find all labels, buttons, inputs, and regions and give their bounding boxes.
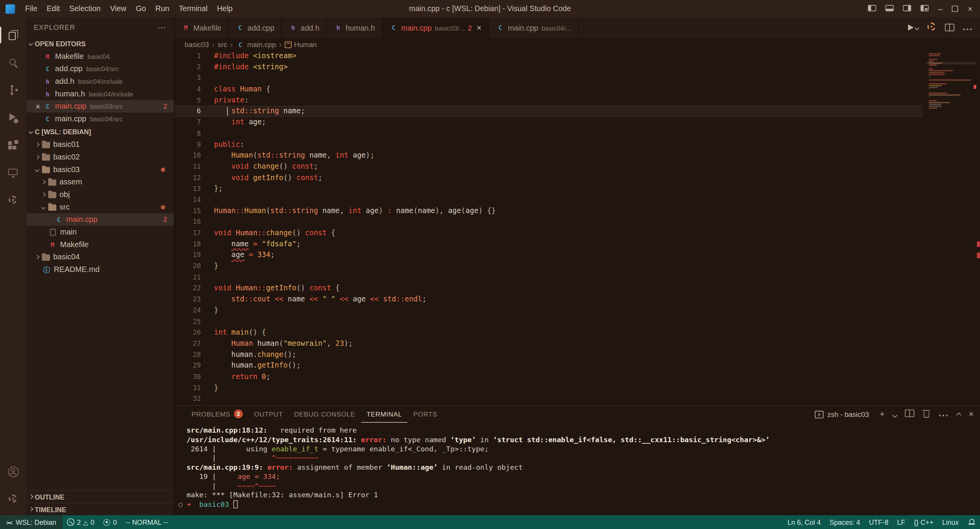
cursor-position[interactable]: Ln 6, Col 4	[783, 515, 825, 529]
tree-item-main[interactable]: main	[26, 226, 174, 238]
maximize-button[interactable]	[952, 5, 958, 13]
activity-item-run-and-debug[interactable]	[0, 104, 26, 131]
panel-tab-problems[interactable]: PROBLEMS2	[186, 406, 249, 423]
code-line[interactable]: 15Human::Human(std::string name, int age…	[175, 205, 922, 216]
workspace-header[interactable]: C [WSL: DEBIAN]	[26, 125, 174, 138]
close-window-button[interactable]: ×	[968, 5, 972, 13]
menu-terminal[interactable]: Terminal	[174, 3, 212, 15]
tab-makefile[interactable]: MMakefile	[175, 18, 229, 38]
panel-tab-ports[interactable]: PORTS	[408, 406, 443, 423]
breadcrumb-item-human[interactable]: Human	[285, 41, 317, 48]
code-line[interactable]: 23 std::cout << name << " " << age << st…	[175, 294, 922, 305]
code-line[interactable]: 20}	[175, 261, 922, 272]
action-new-terminal[interactable]: +	[880, 410, 885, 419]
tree-item-src[interactable]: src	[26, 201, 174, 213]
menu-edit[interactable]: Edit	[42, 3, 64, 15]
notifications-bell[interactable]	[963, 515, 980, 529]
line-number[interactable]: 19	[175, 250, 201, 261]
remote-indicator[interactable]: ><WSL: Debian	[0, 515, 62, 529]
code-line[interactable]: 3	[175, 73, 922, 84]
close-tab-icon[interactable]: ×	[477, 23, 481, 33]
toggle-layout-sidebar-right-button[interactable]	[903, 4, 911, 13]
line-number[interactable]: 17	[175, 228, 201, 239]
tree-item-main-cpp[interactable]: Cmain.cpp2	[26, 213, 174, 226]
open-editor-item[interactable]: ×Cmain.cppbasic03/src2	[26, 100, 174, 113]
action-kill-terminal[interactable]	[922, 409, 930, 420]
code-line[interactable]: 31}	[175, 383, 922, 394]
ports-status[interactable]: 0	[99, 515, 121, 529]
action-close-panel[interactable]: ×	[969, 410, 973, 419]
activity-item-manage[interactable]	[0, 485, 26, 513]
eol[interactable]: LF	[893, 515, 910, 529]
line-number[interactable]: 11	[175, 161, 201, 173]
line-number[interactable]: 14	[175, 194, 201, 205]
line-number[interactable]: 13	[175, 183, 201, 194]
code-line[interactable]: 4class Human {	[175, 84, 922, 95]
line-number[interactable]: 18	[175, 239, 201, 250]
code-line[interactable]: 24}	[175, 305, 922, 316]
line-number[interactable]: 15	[175, 205, 201, 216]
code-line[interactable]: 7 int age;	[175, 117, 922, 128]
code-line[interactable]: 13};	[175, 183, 922, 194]
menu-help[interactable]: Help	[212, 3, 237, 15]
breadcrumb-item-basic03[interactable]: basic03	[185, 41, 209, 48]
line-number[interactable]: 32	[175, 394, 201, 405]
menu-view[interactable]: View	[106, 3, 131, 15]
code-line[interactable]: 17void Human::change() const {	[175, 228, 922, 239]
line-number[interactable]: 27	[175, 338, 201, 349]
outline-section[interactable]: OUTLINE	[26, 490, 174, 503]
code-line[interactable]: 21	[175, 272, 922, 283]
breadcrumb-item-src[interactable]: src	[218, 41, 227, 48]
encoding[interactable]: UTF-8	[864, 515, 893, 529]
activity-item-accounts[interactable]	[0, 458, 26, 485]
panel-tab-terminal[interactable]: TERMINAL	[361, 406, 408, 423]
terminal[interactable]: src/main.cpp:18:12: required from here/u…	[175, 423, 980, 515]
minimap[interactable]	[926, 50, 976, 405]
explorer-actions-icon[interactable]: ⋯	[157, 22, 167, 32]
vim-mode-indicator[interactable]: -- NORMAL --	[121, 515, 172, 529]
code-line[interactable]: 14	[175, 194, 922, 205]
activity-item-search[interactable]	[0, 49, 26, 77]
problems-status[interactable]: 2△0	[62, 515, 98, 529]
activity-item-explorer[interactable]	[0, 21, 26, 49]
code-line[interactable]: 26int main() {	[175, 327, 922, 338]
tree-item-basic01[interactable]: basic01	[26, 138, 174, 151]
activity-item-remote-explorer[interactable]	[0, 159, 26, 186]
code-line[interactable]: 19 age = 334;	[175, 250, 922, 261]
panel-tab-output[interactable]: OUTPUT	[248, 406, 289, 423]
code-line[interactable]: 9public:	[175, 139, 922, 150]
open-editors-header[interactable]: OPEN EDITORS	[26, 37, 174, 50]
line-number[interactable]: 6	[175, 106, 201, 117]
menu-run[interactable]: Run	[151, 3, 173, 15]
code-line[interactable]: 12 void getInfo() const;	[175, 172, 922, 183]
line-number[interactable]: 26	[175, 327, 201, 338]
tab-add-h[interactable]: hadd.h	[282, 18, 327, 38]
line-number[interactable]: 2	[175, 62, 201, 73]
tree-item-assem[interactable]: assem	[26, 176, 174, 188]
action-split-editor[interactable]	[945, 22, 954, 33]
tree-item-readme-md[interactable]: iREADME.md	[26, 263, 174, 276]
breadcrumb-item-main-cpp[interactable]: Cmain.cpp	[236, 40, 276, 49]
action-split-terminal[interactable]	[905, 410, 914, 419]
code-line[interactable]: 18 name = "fdsafa";	[175, 239, 922, 250]
action-run-cpp-file[interactable]	[906, 23, 918, 32]
menu-go[interactable]: Go	[131, 3, 150, 15]
tree-item-basic04[interactable]: basic04	[26, 251, 174, 264]
line-number[interactable]: 25	[175, 316, 201, 327]
activity-item-source-control[interactable]	[0, 76, 26, 104]
action-terminal-more-actions[interactable]	[939, 410, 949, 419]
open-editor-item[interactable]: MMakefilebasic04	[26, 50, 174, 63]
tab-main-cpp[interactable]: Cmain.cppbasic03/...2×	[382, 18, 489, 38]
minimize-button[interactable]: –	[938, 5, 943, 13]
code-editor[interactable]: 1#include <iostream>2#include <string>34…	[175, 50, 980, 405]
toggle-layout-custom-button[interactable]	[921, 4, 929, 13]
code-line[interactable]: 32	[175, 394, 922, 405]
code-line[interactable]: 16	[175, 216, 922, 228]
code-line[interactable]: 2#include <string>	[175, 62, 922, 73]
toggle-layout-sidebar-left-button[interactable]	[868, 4, 876, 13]
tree-item-obj[interactable]: obj	[26, 188, 174, 201]
panel-tab-debug-console[interactable]: DEBUG CONSOLE	[289, 406, 361, 423]
code-line[interactable]: 25	[175, 316, 922, 327]
indentation[interactable]: Spaces: 4	[825, 515, 864, 529]
code-line[interactable]: 8	[175, 128, 922, 139]
